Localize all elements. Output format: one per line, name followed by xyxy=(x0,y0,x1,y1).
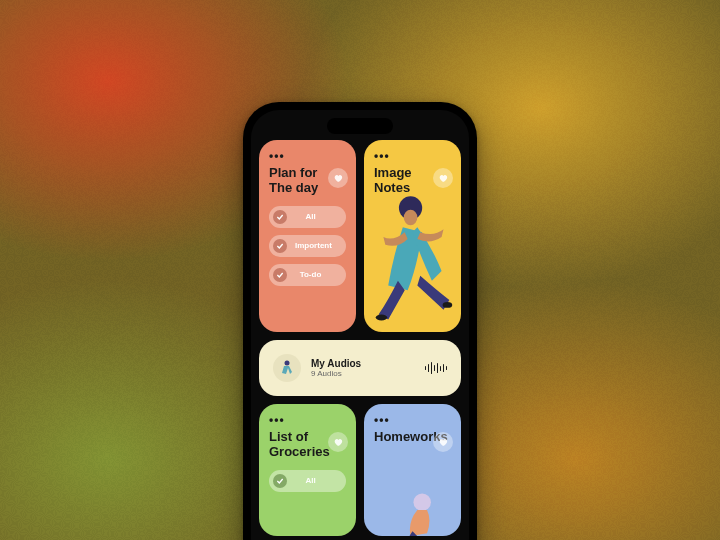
phone-frame: ••• Plan for The day All Importent xyxy=(243,102,477,540)
chip-important[interactable]: Importent xyxy=(269,235,346,257)
app-content: ••• Plan for The day All Importent xyxy=(251,110,469,540)
svg-point-1 xyxy=(404,210,418,226)
more-icon[interactable]: ••• xyxy=(269,148,285,162)
chip-label: All xyxy=(295,476,336,485)
more-icon[interactable]: ••• xyxy=(269,412,285,426)
check-icon xyxy=(273,210,287,224)
card-row-1: ••• Plan for The day All Importent xyxy=(259,140,461,332)
card-homeworks[interactable]: ••• Homeworks xyxy=(364,404,461,536)
favorite-button[interactable] xyxy=(433,168,453,188)
audio-subtitle: 9 Audios xyxy=(311,369,415,378)
chip-label: All xyxy=(295,212,336,221)
heart-icon xyxy=(333,437,343,447)
svg-point-3 xyxy=(443,302,453,308)
favorite-button[interactable] xyxy=(433,432,453,452)
card-row-3: ••• List of Groceries All xyxy=(259,404,461,536)
chip-label: Importent xyxy=(295,241,342,250)
check-icon xyxy=(273,239,287,253)
heart-icon xyxy=(438,437,448,447)
chip-list: All Importent To-do xyxy=(269,206,346,286)
person-mini-icon xyxy=(277,358,297,378)
svg-point-2 xyxy=(376,315,388,321)
svg-point-5 xyxy=(413,493,430,510)
card-groceries[interactable]: ••• List of Groceries All xyxy=(259,404,356,536)
svg-point-4 xyxy=(285,361,290,366)
chip-all[interactable]: All xyxy=(269,206,346,228)
card-audios[interactable]: My Audios 9 Audios xyxy=(259,340,461,396)
heart-icon xyxy=(333,173,343,183)
favorite-button[interactable] xyxy=(328,432,348,452)
waveform-icon xyxy=(425,362,448,374)
more-icon[interactable]: ••• xyxy=(374,412,390,426)
check-icon xyxy=(273,474,287,488)
favorite-button[interactable] xyxy=(328,168,348,188)
phone-screen: ••• Plan for The day All Importent xyxy=(251,110,469,540)
person-illustration xyxy=(364,444,461,536)
card-plan[interactable]: ••• Plan for The day All Importent xyxy=(259,140,356,332)
chip-todo[interactable]: To-do xyxy=(269,264,346,286)
audio-title: My Audios xyxy=(311,358,415,369)
check-icon xyxy=(273,268,287,282)
chip-label: To-do xyxy=(295,270,336,279)
card-image-notes[interactable]: ••• Image Notes xyxy=(364,140,461,332)
more-icon[interactable]: ••• xyxy=(374,148,390,162)
chip-all[interactable]: All xyxy=(269,470,346,492)
heart-icon xyxy=(438,173,448,183)
dynamic-island xyxy=(327,118,393,134)
audio-avatar xyxy=(273,354,301,382)
svg-point-0 xyxy=(399,196,422,219)
chip-list: All xyxy=(269,470,346,492)
